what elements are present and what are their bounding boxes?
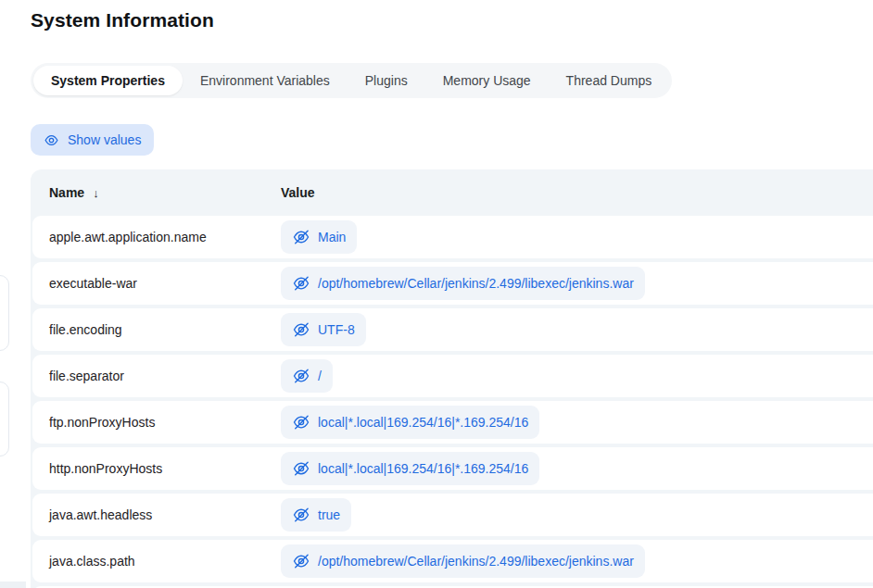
show-values-button[interactable]: Show values [31,124,154,156]
hidden-value-chip[interactable]: /opt/homebrew/Cellar/jenkins/2.499/libex… [281,267,645,300]
table-row: ftp.nonProxyHosts local|*.local|169.254/… [32,401,873,444]
page-title: System Information [31,9,214,31]
hidden-value-chip[interactable]: UTF-8 [281,313,366,346]
hidden-value-chip[interactable]: Main [281,220,357,254]
name-column-label: Name [49,185,84,200]
tab-memory-usage[interactable]: Memory Usage [425,66,549,95]
tab-label: System Properties [51,73,165,88]
system-information-page: System Information System Properties Env… [0,0,873,588]
hidden-value-chip[interactable]: local|*.local|169.254/16|*.169.254/16 [281,452,539,485]
table-row: executable-war /opt/homebrew/Cellar/jenk… [32,262,873,305]
table-row: java.class.path /opt/homebrew/Cellar/jen… [32,540,873,582]
eye-off-icon [292,552,310,570]
tab-label: Memory Usage [443,73,531,88]
hidden-value-chip[interactable]: /opt/homebrew/Cellar/jenkins/2.499/libex… [281,544,645,578]
property-value: local|*.local|169.254/16|*.169.254/16 [318,415,528,430]
property-name: apple.awt.application.name [32,230,281,244]
eye-off-icon [292,367,310,385]
property-name: ftp.nonProxyHosts [32,415,281,430]
table-header: Name ↓ Value [32,169,873,216]
left-edge-cutoff-patch [0,582,26,588]
property-name: file.separator [32,369,281,383]
table-row: apple.awt.application.name Main [32,216,873,258]
sort-descending-icon: ↓ [93,186,99,200]
hidden-value-chip[interactable]: local|*.local|169.254/16|*.169.254/16 [281,406,539,439]
eye-off-icon [292,274,310,293]
left-edge-cutoff-panel [0,382,9,457]
tab-label: Environment Variables [200,73,330,88]
column-header-value[interactable]: Value [281,185,873,200]
property-name: executable-war [32,276,281,291]
property-value: /opt/homebrew/Cellar/jenkins/2.499/libex… [318,276,634,291]
property-name: http.nonProxyHosts [32,461,281,476]
property-value: / [318,369,322,383]
property-value: local|*.local|169.254/16|*.169.254/16 [318,461,528,476]
eye-icon [44,132,59,148]
left-edge-cutoff-panel [0,275,9,351]
tab-thread-dumps[interactable]: Thread Dumps [549,66,670,95]
table-row: file.encoding UTF-8 [32,308,873,351]
value-column-label: Value [281,185,315,200]
table-row: http.nonProxyHosts local|*.local|169.254… [32,447,873,490]
eye-off-icon [292,228,310,246]
table-row: file.separator / [32,355,873,397]
hidden-value-chip[interactable]: / [281,359,333,393]
eye-off-icon [292,413,310,432]
hidden-value-chip[interactable]: true [281,498,351,532]
property-value: true [318,507,340,522]
show-values-label: Show values [68,132,141,147]
tab-label: Thread Dumps [566,73,652,88]
tab-bar: System Properties Environment Variables … [31,63,672,98]
tab-label: Plugins [365,73,408,88]
eye-off-icon [292,459,310,478]
tab-environment-variables[interactable]: Environment Variables [183,66,348,95]
property-name: java.class.path [32,554,281,569]
column-header-name[interactable]: Name ↓ [32,185,281,200]
eye-off-icon [292,506,310,524]
tab-system-properties[interactable]: System Properties [33,66,183,95]
table-row: java.awt.headless true [32,494,873,536]
tab-plugins[interactable]: Plugins [348,66,425,95]
property-value: UTF-8 [318,322,355,337]
property-value: /opt/homebrew/Cellar/jenkins/2.499/libex… [318,554,634,569]
property-value: Main [318,230,346,244]
eye-off-icon [292,320,310,339]
system-properties-table: Name ↓ Value apple.awt.application.name … [31,169,873,588]
property-name: file.encoding [32,322,281,337]
property-name: java.awt.headless [32,507,281,522]
